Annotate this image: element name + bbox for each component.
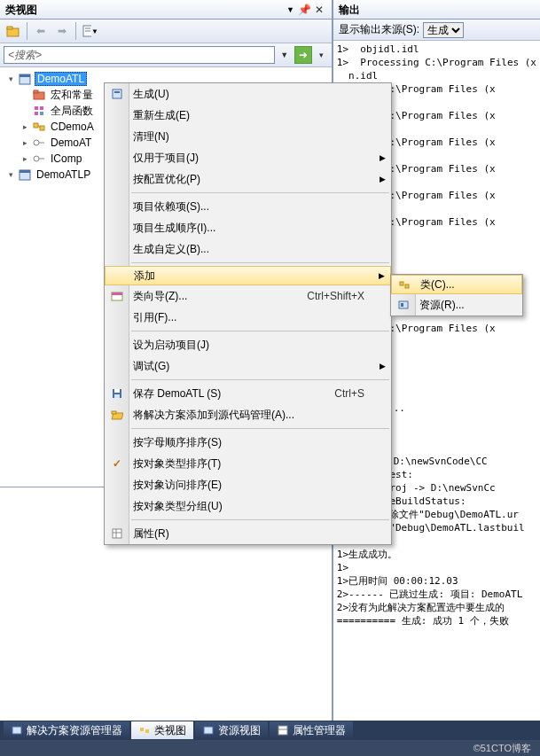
blank-icon [108, 219, 126, 237]
tab-类视图[interactable]: 类视图 [131, 721, 193, 739]
pin-icon[interactable]: 📌 [298, 0, 312, 19]
svg-rect-39 [140, 728, 144, 731]
svg-rect-28 [114, 394, 120, 398]
menu-item[interactable]: 生成(U) [105, 83, 391, 105]
menu-label: 属性(R) [133, 526, 169, 542]
menu-label: 调试(G) [133, 359, 169, 374]
svg-rect-35 [405, 284, 409, 288]
menu-item[interactable]: 重新生成(E) [105, 105, 391, 126]
add-submenu: 类(C)...资源(R)... [390, 274, 523, 316]
menu-label: 清理(N) [133, 129, 169, 144]
menu-label: 项目生成顺序(I)... [133, 221, 215, 236]
menu-item[interactable]: 属性(R) [105, 523, 391, 544]
context-menu: 生成(U)重新生成(E)清理(N)仅用于项目(J)▶按配置优化(P)▶项目依赖项… [104, 82, 392, 545]
tree-label: CDemoA [49, 121, 96, 133]
expand-icon[interactable]: ▸ [20, 137, 30, 148]
forward-button[interactable]: ➡ [52, 21, 72, 41]
class-add-icon [395, 276, 413, 293]
resource-icon [395, 296, 412, 314]
menu-item[interactable]: 项目生成顺序(I)... [105, 217, 391, 238]
blank-icon [108, 357, 126, 375]
expand-icon[interactable]: ▾ [5, 169, 16, 180]
menu-item[interactable]: 按配置优化(P)▶ [105, 168, 391, 190]
new-folder-button[interactable] [4, 21, 23, 41]
tree-label: IComp [49, 152, 83, 165]
expand-icon[interactable] [20, 105, 30, 116]
search-go-button[interactable]: ➜ [294, 46, 312, 64]
svg-rect-40 [145, 729, 149, 733]
menu-label: 将解决方案添加到源代码管理(A)... [133, 408, 294, 423]
close-icon[interactable]: ✕ [312, 0, 326, 19]
output-source-select[interactable]: 生成 [423, 22, 464, 38]
menu-label: 仅用于项目(J) [133, 151, 199, 166]
submenu-arrow-icon: ▶ [379, 271, 385, 280]
search-dropdown-icon[interactable]: ▼ [278, 51, 291, 59]
class-icon [32, 120, 46, 134]
tab-label: 类视图 [154, 723, 186, 738]
menu-item[interactable]: 将解决方案添加到源代码管理(A)... [105, 404, 391, 425]
back-button[interactable]: ⬅ [31, 21, 51, 41]
wizard-icon [108, 287, 126, 305]
expand-icon[interactable]: ▸ [20, 121, 30, 132]
menu-item[interactable]: 按对象访问排序(E) [105, 474, 391, 495]
search-options-icon[interactable]: ▾ [316, 51, 328, 59]
search-input[interactable] [4, 46, 275, 64]
svg-rect-14 [40, 126, 44, 130]
menu-item[interactable]: 生成自定义(B)... [105, 238, 391, 260]
menu-item[interactable]: 项目依赖项(S)... [105, 196, 391, 217]
settings-button[interactable]: ▼ [80, 21, 99, 41]
menu-item[interactable]: 调试(G)▶ [105, 355, 391, 377]
folder-open-icon [108, 406, 126, 424]
blank-icon [108, 433, 126, 451]
menu-label: 重新生成(E) [133, 108, 190, 123]
expand-icon[interactable]: ▸ [20, 153, 30, 164]
sln-icon [11, 724, 23, 737]
menu-item[interactable]: ✓按对象类型排序(T) [105, 453, 391, 474]
menu-item[interactable]: 类(C)... [391, 275, 522, 294]
menu-item[interactable]: 引用(F)... [105, 307, 391, 328]
svg-point-18 [34, 156, 39, 161]
blank-icon [108, 476, 126, 494]
tab-解决方案资源管理器[interactable]: 解决方案资源管理器 [4, 721, 129, 739]
svg-rect-38 [12, 727, 21, 734]
expand-icon[interactable]: ▾ [5, 74, 16, 84]
menu-label: 按对象类型分组(U) [133, 499, 223, 514]
tree-label: 宏和常量 [49, 88, 95, 103]
project-icon [18, 168, 32, 182]
expand-icon[interactable] [20, 90, 30, 100]
svg-rect-10 [40, 106, 43, 110]
tab-label: 资源视图 [218, 723, 261, 738]
panel-title: 类视图 [5, 0, 286, 19]
blank-icon [108, 106, 126, 124]
dropdown-icon[interactable]: ▼ [286, 0, 294, 19]
svg-rect-37 [401, 303, 403, 307]
svg-rect-13 [34, 123, 38, 128]
blank-icon [108, 128, 126, 145]
tab-label: 解决方案资源管理器 [27, 723, 122, 738]
folder-red-icon [32, 88, 46, 102]
menu-item[interactable]: 按字母顺序排序(S) [105, 432, 391, 453]
interface-icon [32, 152, 46, 166]
save-icon [108, 385, 126, 402]
menu-label: 按配置优化(P) [133, 172, 200, 187]
svg-rect-42 [278, 726, 287, 735]
tab-资源视图[interactable]: 资源视图 [195, 721, 268, 739]
menu-label: 生成自定义(B)... [133, 242, 209, 257]
menu-item[interactable]: 仅用于项目(J)▶ [105, 147, 391, 168]
output-title-bar: 输出 [333, 0, 540, 19]
menu-item[interactable]: 添加▶ [105, 266, 391, 285]
svg-rect-8 [34, 90, 38, 93]
svg-rect-9 [35, 106, 38, 110]
svg-rect-25 [112, 292, 122, 295]
menu-item[interactable]: 清理(N) [105, 126, 391, 147]
menu-item[interactable]: 类向导(Z)...Ctrl+Shift+X [105, 285, 391, 307]
menu-item[interactable]: 按对象类型分组(U) [105, 495, 391, 517]
menu-label: 保存 DemoATL (S) [133, 386, 221, 401]
menu-label: 类向导(Z)... [133, 289, 187, 304]
tab-属性管理器[interactable]: 属性管理器 [270, 721, 353, 739]
menu-item[interactable]: 保存 DemoATL (S)Ctrl+S [105, 383, 391, 404]
class-view-toolbar: ⬅ ➡ ▼ [0, 19, 332, 43]
menu-label: 按字母顺序排序(S) [133, 435, 222, 450]
menu-item[interactable]: 资源(R)... [391, 294, 522, 316]
menu-item[interactable]: 设为启动项目(J) [105, 334, 391, 355]
